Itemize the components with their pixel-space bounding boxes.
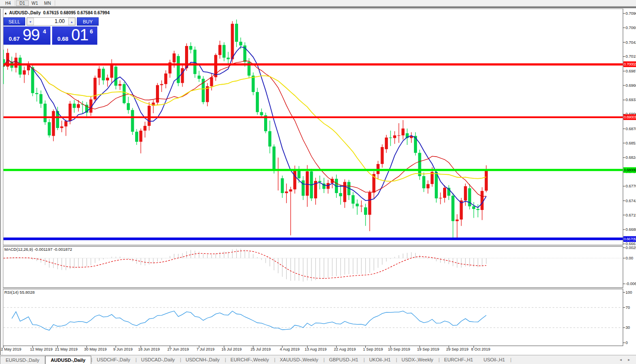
chart-tab-ukoil-h1[interactable]: UKOil-,H1 — [364, 355, 396, 364]
buy-price-pips: 01 — [71, 26, 88, 44]
date-tick-label: 22 Aug 2019 — [334, 347, 356, 351]
price-tick-label: 0.69875 — [626, 69, 636, 73]
chart-tab-eurchf-h1[interactable]: EURCHF-,H1 — [439, 355, 478, 364]
date-tick-label: 4 Aug 2019 — [280, 347, 300, 351]
hline-price-tag[interactable]: 0.69003 — [623, 115, 636, 120]
one-click-collapse-icon[interactable]: ▲ — [4, 11, 7, 15]
price-tick-label: 0.70695 — [626, 26, 636, 30]
timeframe-button-d1[interactable]: D1 — [16, 0, 29, 6]
volume-stepper: ▼ 1.00 ▲ — [26, 17, 76, 26]
chart-ohlc-values: 0.67615 0.68095 0.67584 0.67994 — [43, 10, 109, 15]
date-tick-label: 29 Sep 2019 — [446, 347, 468, 351]
chart-window: ▲AUDUSD-,Daily 0.67615 0.68095 0.67584 0… — [0, 9, 636, 355]
buy-price-box[interactable]: 0.68 01 6 — [52, 26, 97, 45]
price-tick-label: 0.68240 — [626, 155, 636, 160]
macd-axis-label: 0.002574 — [626, 246, 636, 250]
chart-tab-eurchf-weekly[interactable]: EURCHF-,Weekly — [225, 355, 274, 364]
date-tick-label: 2 May 2019 — [1, 347, 21, 351]
timeframe-toolbar: H4D1W1MN — [0, 0, 636, 6]
rsi-axis-label: 30 — [626, 325, 630, 330]
date-tick-label: 12 May 2019 — [30, 347, 53, 351]
hline-price-tag[interactable]: 0.68006 — [623, 167, 636, 173]
price-tick-label: 0.67425 — [626, 199, 636, 203]
date-tick-label: 1 Sep 2019 — [363, 347, 383, 351]
macd-axis-label: 0.00 — [626, 256, 633, 260]
chart-tab-usdcnh-daily[interactable]: USDCNH-,Daily — [180, 355, 225, 364]
sell-price-major: 0.67 — [9, 36, 20, 42]
date-tick-label: 27 Jun 2019 — [167, 347, 189, 351]
chart-tab-usoil-h1[interactable]: USOil-,H1 — [478, 355, 510, 364]
price-tick-label: 0.67155 — [626, 213, 636, 217]
sell-price-point: 4 — [43, 28, 46, 35]
date-tick-label: 16 Jul 2019 — [222, 347, 242, 351]
timeframe-button-w1[interactable]: W1 — [29, 0, 41, 6]
date-tick-label: 18 Jun 2019 — [138, 347, 160, 351]
date-tick-label: 7 Jul 2019 — [196, 347, 215, 351]
rsi-indicator-label: RSI(14) 55.8028 — [4, 290, 35, 295]
buy-price-point: 6 — [90, 28, 93, 35]
sell-price-box[interactable]: 0.67 99 4 — [3, 26, 50, 45]
chart-tab-eurusd-daily[interactable]: EURUSD-,Daily — [0, 356, 45, 364]
price-tick-label: 0.68515 — [626, 141, 636, 145]
price-tick-label: 0.70420 — [626, 40, 636, 45]
volume-decrease-icon[interactable]: ▼ — [27, 18, 34, 25]
price-tick-label: 0.70965 — [626, 11, 636, 16]
tab-separator: | — [510, 355, 510, 364]
date-tick-label: 10 Sep 2019 — [388, 347, 410, 351]
date-tick-label: 21 May 2019 — [55, 347, 78, 351]
timeframe-button-mn[interactable]: MN — [41, 0, 54, 6]
hline-price-tag[interactable]: 0.66705 — [623, 236, 636, 242]
rsi-axis-label: 70 — [626, 305, 630, 310]
chart-tab-xauusd-weekly[interactable]: XAUUSD-,Weekly — [275, 355, 323, 364]
volume-increase-icon[interactable]: ▲ — [68, 18, 75, 25]
chart-tab-bar: EURUSD-,DailyAUDUSD-,Daily|USDCHF-,Daily… — [0, 355, 636, 364]
chart-tab-gbpusd-h1[interactable]: GBPUSD-,H1 — [324, 355, 363, 364]
buy-button[interactable]: BUY — [77, 17, 99, 26]
date-tick-label: 9 Jun 2019 — [113, 347, 133, 351]
chart-tab-usdx-weekly[interactable]: USDX-,Weekly — [396, 355, 438, 364]
mt4-application: H4D1W1MN ▲AUDUSD-,Daily 0.67615 0.68095 … — [0, 0, 636, 364]
chart-tab-usdchf-daily[interactable]: USDCHF-,Daily — [92, 355, 136, 364]
chart-tab-usdcad-daily[interactable]: USDCAD-,Daily — [136, 355, 180, 364]
macd-indicator-label: MACD(12,26,9) -0.001197 -0.001872 — [4, 247, 72, 252]
chart-tab-audusd-daily[interactable]: AUDUSD-,Daily — [45, 356, 91, 364]
date-tick-label: 8 Oct 2019 — [471, 347, 490, 351]
price-tick-label: 0.66880 — [626, 227, 636, 232]
sell-button[interactable]: SELL — [3, 17, 25, 26]
volume-input[interactable]: 1.00 — [34, 18, 68, 25]
date-tick-label: 13 Aug 2019 — [305, 347, 327, 351]
rsi-axis-label: 0 — [626, 341, 628, 345]
macd-axis-label: -0.006328 — [626, 282, 636, 286]
window-left-border — [0, 9, 3, 355]
date-tick-label: 30 May 2019 — [84, 347, 107, 351]
price-tick-label: 0.67700 — [626, 184, 636, 188]
chart-symbol-label: AUDUSD-,Daily — [9, 10, 41, 15]
toolbar-separator — [55, 0, 55, 6]
price-chart-canvas[interactable] — [0, 9, 636, 355]
rsi-axis-label: 100 — [626, 290, 632, 295]
date-tick-label: 19 Sep 2019 — [417, 347, 439, 351]
toolbar-separator — [15, 0, 15, 6]
price-tick-label: 0.69605 — [626, 83, 636, 88]
one-click-trading-panel: SELL ▼ 1.00 ▲ BUY 0.67 99 4 0.68 01 6 — [3, 17, 99, 45]
price-tick-label: 0.70150 — [626, 54, 636, 59]
tab-scroll-arrows-icon[interactable]: ◂ ▸ — [619, 355, 636, 364]
hline-price-tag[interactable]: 0.70002 — [623, 62, 636, 67]
chart-title: ▲AUDUSD-,Daily 0.67615 0.68095 0.67584 0… — [4, 10, 109, 15]
timeframe-button-h4[interactable]: H4 — [2, 0, 14, 6]
buy-price-major: 0.68 — [57, 36, 68, 42]
date-tick-label: 25 Jul 2019 — [251, 347, 271, 351]
price-tick-label: 0.68785 — [626, 127, 636, 131]
price-tick-label: 0.69330 — [626, 98, 636, 102]
sell-price-pips: 99 — [23, 26, 40, 44]
